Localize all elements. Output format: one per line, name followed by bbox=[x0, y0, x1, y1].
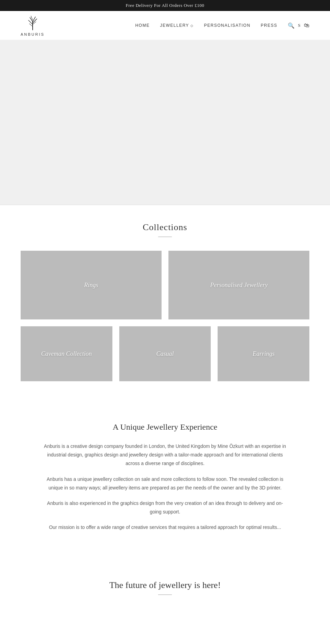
future-title: The future of jewellery is here! bbox=[21, 580, 309, 590]
card-label-earrings: Earrings bbox=[249, 347, 278, 361]
logo[interactable]: ANBURIS bbox=[21, 14, 45, 36]
about-paragraph-4: Our mission is to offer a wide range of … bbox=[41, 523, 289, 532]
collection-card-rings[interactable]: Rings bbox=[21, 251, 162, 319]
future-section: The future of jewellery is here! bbox=[0, 560, 330, 622]
card-label-personalised: Personalised Jewellery bbox=[207, 278, 271, 292]
about-section: A Unique Jewellery Experience Anburis is… bbox=[0, 402, 330, 560]
search-icon[interactable]: 🔍 bbox=[288, 22, 295, 29]
about-paragraph-1: Anburis is a creative design company fou… bbox=[41, 442, 289, 468]
collection-card-earrings[interactable]: Earrings bbox=[218, 326, 309, 381]
main-nav: HOME JEWELLERY ◇ PERSONALISATION PRESS 🔍… bbox=[135, 22, 309, 29]
collection-card-caveman[interactable]: Caveman Collection bbox=[21, 326, 112, 381]
card-label-rings: Rings bbox=[80, 278, 101, 292]
nav-icons: 🔍 S 🛍 bbox=[288, 22, 309, 29]
about-paragraph-2: Anburis has a unique jewellery collectio… bbox=[41, 475, 289, 492]
nav-personalisation[interactable]: PERSONALISATION bbox=[204, 23, 251, 28]
nav-jewellery[interactable]: JEWELLERY ◇ bbox=[160, 23, 194, 28]
nav-press[interactable]: PRESS bbox=[261, 23, 277, 28]
collection-card-personalised[interactable]: Personalised Jewellery bbox=[168, 251, 309, 319]
card-label-casual: Casual bbox=[153, 347, 177, 361]
header: ANBURIS HOME JEWELLERY ◇ PERSONALISATION… bbox=[0, 11, 330, 40]
collections-section: Collections Rings Personalised Jewellery… bbox=[0, 205, 330, 402]
collections-title: Collections bbox=[21, 222, 309, 233]
card-label-caveman: Caveman Collection bbox=[38, 347, 95, 361]
banner-text: Free Delivery For All Orders Over £100 bbox=[126, 3, 204, 8]
hero-image bbox=[0, 40, 330, 205]
logo-icon bbox=[24, 14, 41, 32]
logo-name: ANBURIS bbox=[21, 32, 45, 36]
future-divider bbox=[158, 595, 172, 595]
collections-row-1: Rings Personalised Jewellery bbox=[21, 251, 309, 319]
svg-line-6 bbox=[33, 22, 36, 24]
bag-icon[interactable]: 🛍 bbox=[304, 22, 309, 29]
about-paragraph-3: Anburis is also experienced in the graph… bbox=[41, 499, 289, 516]
nav-home[interactable]: HOME bbox=[135, 23, 150, 28]
collections-row-2: Caveman Collection Casual Earrings bbox=[21, 326, 309, 381]
section-divider bbox=[158, 237, 172, 237]
top-banner: Free Delivery For All Orders Over £100 bbox=[0, 0, 330, 11]
jewellery-dropdown-icon: ◇ bbox=[190, 24, 194, 27]
collection-card-casual[interactable]: Casual bbox=[119, 326, 211, 381]
user-icon[interactable]: S bbox=[298, 23, 300, 28]
about-title: A Unique Jewellery Experience bbox=[41, 422, 289, 432]
